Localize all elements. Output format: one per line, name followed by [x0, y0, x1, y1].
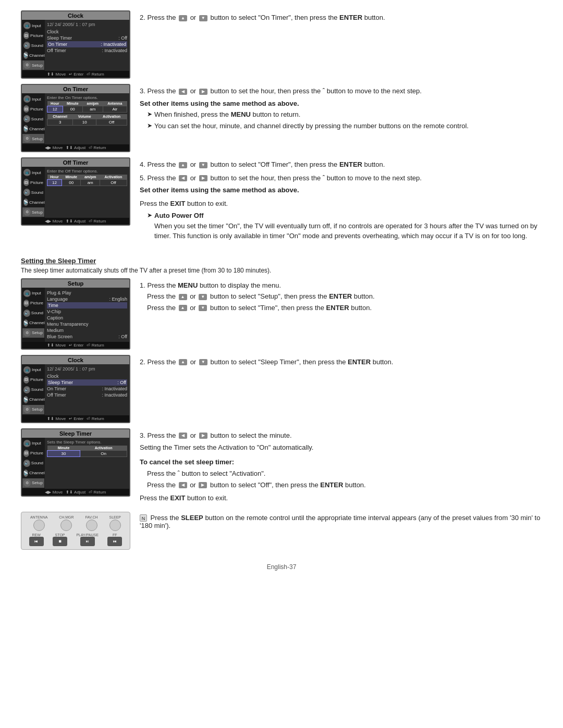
right-arrow-cancel: ▶ [199, 482, 207, 488]
page-number: English-37 [267, 563, 297, 571]
section-remote: ANTENNA CH.MGR FAV.CH SLEEP RE [21, 512, 542, 550]
clock-screen-col: Clock 📺 Input 🖼 Picture 🔊 So [21, 10, 130, 79]
nav-setup-3[interactable]: ⚙ Setup [22, 207, 44, 217]
off-timer-subtitle: Enter the Off Timer options. [47, 169, 127, 174]
down-arrow-s2: ▼ [199, 359, 207, 365]
page-footer: English-37 [21, 563, 542, 571]
right-arrow-5: ▶ [199, 175, 207, 181]
sleep-timer-table: Minute Activation 30 On [47, 446, 127, 457]
nav-picture-s2[interactable]: 🖼 Picture [22, 375, 44, 385]
input-icon-3: 📺 [23, 169, 31, 176]
nav-setup-setup[interactable]: ⚙ Setup [22, 328, 44, 338]
page-content: Clock 📺 Input 🖼 Picture 🔊 So [21, 10, 542, 571]
picture-icon-2: 🖼 [23, 105, 29, 113]
nav-setup-s2[interactable]: ⚙ Setup [22, 405, 44, 414]
nav-picture-3[interactable]: 🖼 Picture [22, 178, 44, 187]
remote-rect-rew[interactable]: ⏮ [29, 537, 44, 546]
remote-rect-stop[interactable]: ⏹ [53, 537, 67, 546]
sound-icon-setup: 🔊 [23, 310, 30, 317]
remote-rect-playpause[interactable]: ⏯ [80, 537, 95, 546]
sleep-timer-subtitle: Sets the Sleep Timer options. [47, 440, 127, 445]
nav-input-3[interactable]: 📺 Input [22, 168, 44, 177]
setup-main: Plug & Play Language: English Time V-Chi… [45, 288, 129, 342]
input-icon: 📺 [23, 22, 31, 29]
remote-top-buttons: ANTENNA CH.MGR FAV.CH SLEEP [25, 515, 127, 531]
nav-channel-s3[interactable]: 📡 Channel [22, 468, 44, 478]
nav-channel-setup[interactable]: 📡 Channel [22, 318, 44, 328]
nav-input[interactable]: 📺 Input [22, 21, 44, 30]
picture-icon-s3: 🖼 [23, 450, 29, 457]
remote-btn-chmgr: CH.MGR [59, 515, 74, 531]
on-timer-title: On Timer [22, 85, 129, 93]
tv-left-nav-3: 📺 Input 🖼 Picture 🔊 Sound 📡 Channel [22, 167, 45, 218]
up-arrow-s2: ▲ [179, 359, 187, 365]
channel-icon-setup: 📡 [23, 319, 28, 327]
nav-sound-setup[interactable]: 🔊 Sound [22, 309, 44, 318]
nav-channel-2[interactable]: 📡 Channel [22, 124, 44, 133]
down-arrow-s1: ▼ [199, 294, 207, 300]
sound-icon-s3: 🔊 [23, 460, 30, 467]
nav-setup-2[interactable]: ⚙ Setup [22, 134, 44, 143]
nav-setup-s3[interactable]: ⚙ Setup [22, 478, 44, 488]
section-on-timer-step2: Clock 📺 Input 🖼 Picture 🔊 So [21, 10, 542, 79]
on-timer-table2: Channel Volume Activation 3 10 Off [47, 114, 127, 126]
nav-input-s2[interactable]: 📺 Input [22, 365, 44, 375]
nav-sound-2[interactable]: 🔊 Sound [22, 114, 44, 124]
nav-sound-s2[interactable]: 🔊 Sound [22, 385, 44, 394]
nav-input-s3[interactable]: 📺 Input [22, 439, 44, 448]
menu-language: Language: English [47, 296, 127, 302]
nav-picture-setup[interactable]: 🖼 Picture [22, 299, 44, 308]
menu-on-timer-s: On Timer: Inactivated [47, 386, 127, 392]
press-text-2: Press the [147, 14, 178, 21]
nav-sound-s3[interactable]: 🔊 Sound [22, 459, 44, 468]
input-icon-setup: 📺 [23, 290, 31, 297]
sound-icon-2: 🔊 [23, 115, 30, 122]
set-other-text: Set other items using the same method as… [140, 98, 542, 109]
remote-label-ff: FF [113, 533, 117, 537]
up-arrow-icon: ▲ [179, 15, 187, 21]
instructions-sleep-1: 1. Press the MENU button to display the … [140, 278, 542, 316]
remote-circle-antenna[interactable] [33, 520, 45, 531]
nav-channel[interactable]: 📡 Channel [22, 51, 44, 60]
up-arrow-s1: ▲ [179, 294, 187, 300]
nav-channel-s2[interactable]: 📡 Channel [22, 395, 44, 404]
tv-left-nav-sleep2: 📺 Input 🖼 Picture 🔊 Sound 📡 Channel [22, 364, 45, 415]
on-timer-subtitle: Enter the On Timer options. [47, 95, 127, 100]
remote-rect-ff[interactable]: ⏭ [107, 537, 122, 546]
cancel-step-2: Press the ◀ or ▶ button to select "Off",… [140, 480, 542, 490]
setup-icon: ⚙ [23, 61, 31, 69]
sleep-timer-heading: Setting the Sleep Timer [21, 257, 542, 265]
channel-icon-3: 📡 [23, 199, 28, 206]
sleep-step-3: 3. Press the ◀ or ▶ button to select the… [140, 430, 542, 503]
nav-input-setup[interactable]: 📺 Input [22, 289, 44, 298]
tv-left-nav-setup: 📺 Input 🖼 Picture 🔊 Sound 📡 Channel [22, 288, 45, 342]
nav-setup[interactable]: ⚙ Setup [22, 60, 44, 70]
nav-sound-3[interactable]: 🔊 Sound [22, 188, 44, 197]
menu-sleep-timer: Sleep Timer: Off [47, 35, 127, 41]
nav-picture-s3[interactable]: 🖼 Picture [22, 449, 44, 458]
menu-clock: Clock [47, 29, 127, 35]
instructions-steps-4-5: 4. Press the ▲ or ▼ button to select "Of… [140, 157, 542, 244]
left-arrow-5: ◀ [179, 175, 187, 181]
setup-icon-3: ⚙ [23, 208, 31, 216]
section-sleep-timer: Sleep Timer 📺 Input 🖼 Picture 🔊 Sound [21, 428, 542, 507]
input-icon-s3: 📺 [23, 440, 31, 447]
nav-picture[interactable]: 🖼 Picture [22, 31, 44, 40]
set-other-text-5: Set other items using the same method as… [140, 185, 542, 195]
auto-power-text: When you set the timer "On", the TV will… [154, 222, 537, 240]
nav-picture-2[interactable]: 🖼 Picture [22, 104, 44, 114]
remote-label-stop: STOP [55, 533, 65, 537]
setup-icon-2: ⚙ [23, 135, 31, 142]
cancel-step-1: Press the ˆ button to select "Activation… [140, 468, 542, 479]
step-3: 3. Press the ◀ or ▶ button to set the ho… [140, 86, 542, 131]
nav-input-2[interactable]: 📺 Input [22, 94, 44, 104]
clock-screen-sleep: Clock 📺 Input 🖼 Picture 🔊 Sound [21, 355, 130, 423]
left-arrow-icon: ◀ [179, 89, 187, 95]
remote-circle-chmgr[interactable] [60, 520, 72, 531]
nav-sound[interactable]: 🔊 Sound [22, 41, 44, 50]
remote-circle-favch[interactable] [86, 520, 97, 531]
remote-circle-sleep[interactable] [109, 520, 121, 531]
remote-label-chmgr: CH.MGR [59, 515, 74, 519]
nav-channel-3[interactable]: 📡 Channel [22, 198, 44, 207]
remote-bottom-row: REW ⏮ STOP ⏹ PLAY/PAUSE ⏯ FF ⏭ [25, 533, 127, 546]
